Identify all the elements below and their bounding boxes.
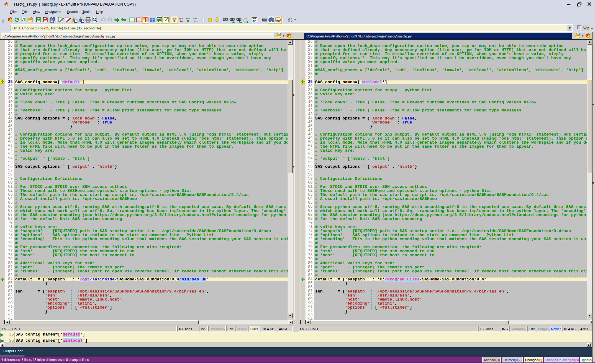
svg-text:AB: AB [245, 20, 249, 23]
svg-text:AB: AB [243, 17, 247, 20]
